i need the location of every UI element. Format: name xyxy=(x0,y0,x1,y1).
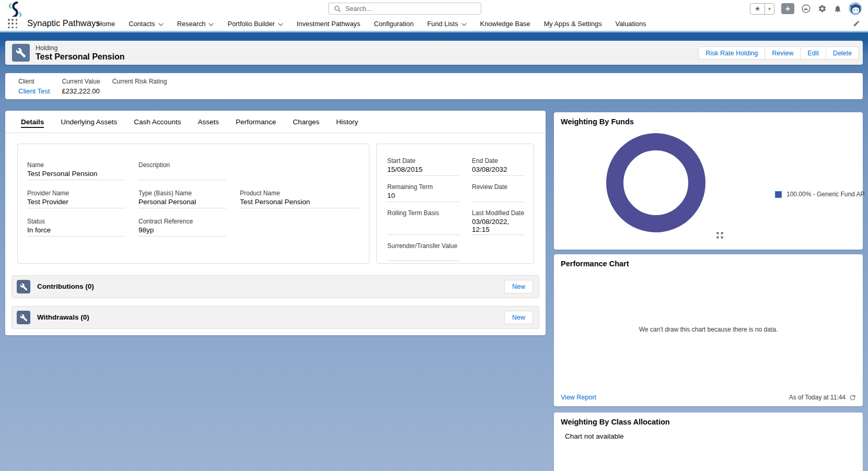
favorites-group: ★ ▾ xyxy=(750,3,774,15)
holding-wrench-icon xyxy=(12,44,30,62)
page-background: Holding Test Personal Pension Risk Rate … xyxy=(0,32,868,471)
chevron-down-icon xyxy=(461,20,467,28)
contributions-section: Contributions (0) New xyxy=(11,275,539,298)
nav-item-home[interactable]: Home xyxy=(97,20,115,28)
nav-item-research[interactable]: Research xyxy=(177,20,214,28)
chevron-down-icon xyxy=(278,20,283,28)
user-avatar[interactable] xyxy=(849,2,862,15)
tab-performance[interactable]: Performance xyxy=(236,118,276,126)
withdrawals-wrench-icon xyxy=(17,311,30,324)
favorites-dropdown-icon[interactable]: ▾ xyxy=(765,4,774,14)
field-name: Name Test Personal Pension xyxy=(27,161,125,180)
header-actions: Risk Rate Holding Review Edit Delete xyxy=(699,46,859,60)
withdrawals-title[interactable]: Withdrawals (0) xyxy=(37,313,89,321)
expand-chart-icon[interactable] xyxy=(716,231,724,241)
field-end-date: End Date 03/08/2032 xyxy=(472,157,524,176)
utility-icons: ★ ▾ + xyxy=(750,2,862,15)
current-value-field: Current Value £232,222.00 xyxy=(62,78,100,99)
risk-rate-holding-button[interactable]: Risk Rate Holding xyxy=(698,46,765,60)
as-of-timestamp: As of Today at 11:44 xyxy=(789,394,856,401)
no-data-message: We can't draw this chart because there i… xyxy=(554,326,863,333)
field-status: Status In force xyxy=(27,218,125,237)
field-description: Description xyxy=(138,161,226,180)
field-review-date: Review Date xyxy=(472,183,524,202)
chevron-down-icon xyxy=(209,20,214,28)
global-actions-plus-icon[interactable]: + xyxy=(781,3,794,14)
favorite-star-icon[interactable]: ★ xyxy=(750,4,765,14)
refresh-icon[interactable] xyxy=(849,394,856,401)
review-button[interactable]: Review xyxy=(765,46,801,60)
client-field: Client Client Test xyxy=(18,78,50,99)
chart-not-available-message: Chart not available xyxy=(565,432,624,440)
edit-nav-pencil-icon[interactable] xyxy=(853,20,860,29)
global-search xyxy=(328,3,481,15)
salesforce-app-window: ★ ▾ + Synaptic Pathways Home Cont xyxy=(0,0,868,471)
tab-history[interactable]: History xyxy=(336,118,358,126)
nav-item-fund-lists[interactable]: Fund Lists xyxy=(427,20,467,28)
nav-item-contacts[interactable]: Contacts xyxy=(129,20,164,28)
highlights-panel: Client Client Test Current Value £232,22… xyxy=(5,73,863,99)
field-type-basis-name: Type (Basis) Name Personal Personal xyxy=(138,190,226,208)
class-allocation-title: Weighting By Class Allocation xyxy=(561,418,670,426)
page-title: Test Personal Pension xyxy=(36,52,124,62)
contributions-title[interactable]: Contributions (0) xyxy=(37,282,94,290)
app-launcher-icon[interactable] xyxy=(8,19,18,29)
view-report-link[interactable]: View Report xyxy=(561,394,596,401)
app-name: Synaptic Pathways xyxy=(27,18,100,28)
nav-item-portfolio-builder[interactable]: Portfolio Builder xyxy=(227,20,283,28)
nav-item-knowledge-base[interactable]: Knowledge Base xyxy=(480,20,530,28)
tab-charges[interactable]: Charges xyxy=(293,118,319,126)
edit-button[interactable]: Edit xyxy=(800,46,826,60)
search-icon xyxy=(334,5,341,13)
weighting-by-funds-card: Weighting By Funds 100.00% - Generic Fun… xyxy=(554,112,863,250)
record-tabs: Details Underlying Assets Cash Accounts … xyxy=(5,111,546,133)
contributions-new-button[interactable]: New xyxy=(504,280,533,293)
notifications-bell-icon[interactable] xyxy=(834,5,842,13)
nav-item-valuations[interactable]: Valuations xyxy=(616,20,646,28)
field-surrender-transfer-value: Surrender/Transfer Value xyxy=(387,242,459,261)
current-risk-rating-field: Current Risk Rating xyxy=(112,78,167,99)
funds-chart-legend: 100.00% - Generic Fund AP xyxy=(775,191,864,198)
record-header: Holding Test Personal Pension Risk Rate … xyxy=(5,41,863,65)
tab-assets[interactable]: Assets xyxy=(198,118,219,126)
search-input[interactable] xyxy=(345,5,468,13)
contributions-wrench-icon xyxy=(17,280,30,293)
legend-label: 100.00% - Generic Fund AP xyxy=(786,191,864,198)
nav-item-my-apps-settings[interactable]: My Apps & Settings xyxy=(544,20,602,28)
delete-button[interactable]: Delete xyxy=(826,46,859,60)
nav-items: Home Contacts Research Portfolio Builder… xyxy=(97,17,646,31)
withdrawals-section: Withdrawals (0) New xyxy=(11,306,539,329)
field-last-modified-date: Last Modified Date 03/08/2022, 12:15 xyxy=(472,209,524,235)
weighting-by-funds-title: Weighting By Funds xyxy=(561,117,634,126)
performance-chart-card: Performance Chart We can't draw this cha… xyxy=(554,254,863,406)
weighting-by-class-allocation-card: Weighting By Class Allocation Chart not … xyxy=(554,413,863,471)
field-remaining-term: Remaining Term 10 xyxy=(387,183,459,202)
detail-fields-panel: Name Test Personal Pension Description P… xyxy=(17,144,369,264)
trailhead-help-icon[interactable] xyxy=(801,4,811,14)
setup-gear-icon[interactable] xyxy=(818,4,827,13)
nav-item-configuration[interactable]: Configuration xyxy=(374,20,413,28)
field-rolling-term-basis: Rolling Term Basis xyxy=(387,209,459,235)
withdrawals-new-button[interactable]: New xyxy=(504,311,533,324)
field-provider-name: Provider Name Test Provider xyxy=(27,190,125,208)
entity-type-label: Holding xyxy=(36,44,57,52)
legend-swatch xyxy=(775,191,782,198)
date-fields-panel: Start Date 15/08/2015 End Date 03/08/203… xyxy=(376,144,534,264)
funds-donut-chart xyxy=(606,133,705,232)
utility-bar: ★ ▾ + xyxy=(0,0,868,17)
tab-details[interactable]: Details xyxy=(21,118,44,126)
record-detail-card: Details Underlying Assets Cash Accounts … xyxy=(5,111,546,335)
client-link[interactable]: Client Test xyxy=(18,87,50,95)
chevron-down-icon xyxy=(158,20,164,28)
field-contract-reference: Contract Reference 98yp xyxy=(138,218,226,237)
field-start-date: Start Date 15/08/2015 xyxy=(387,157,459,176)
field-product-name: Product Name Test Personal Pension xyxy=(240,190,360,208)
tab-underlying-assets[interactable]: Underlying Assets xyxy=(61,118,117,126)
nav-item-investment-pathways[interactable]: Investment Pathways xyxy=(297,20,361,28)
performance-chart-title: Performance Chart xyxy=(561,260,629,268)
app-nav-bar: Synaptic Pathways Home Contacts Research… xyxy=(0,17,868,31)
tab-cash-accounts[interactable]: Cash Accounts xyxy=(134,118,181,126)
